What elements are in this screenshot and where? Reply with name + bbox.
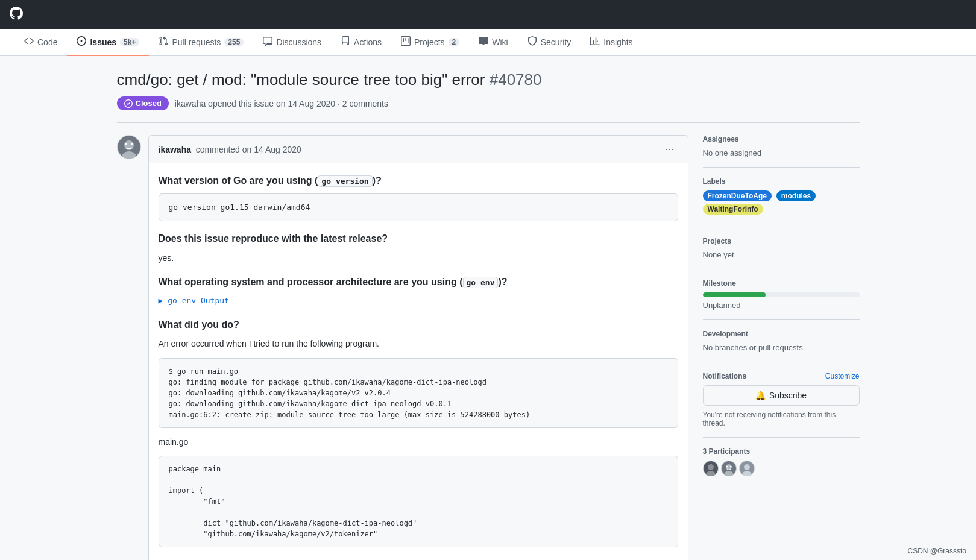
section-heading-3: What operating system and processor arch…: [159, 274, 678, 290]
what-did-you-do-text: An error occurred when I tried to run th…: [159, 337, 678, 350]
issue-title: cmd/go: get / mod: "module source tree t…: [117, 71, 860, 89]
tab-projects-label: Projects: [414, 37, 445, 47]
comment-body: What version of Go are you using (go ver…: [149, 163, 688, 560]
development-value: No branches or pull requests: [703, 343, 860, 352]
issue-sidebar: Assignees No one assigned Labels FrozenD…: [703, 135, 860, 486]
comment-wrapper: ikawaha commented on 14 Aug 2020 ··· Wha…: [117, 135, 688, 560]
labels-container: FrozenDueToAge modules WaitingForInfo: [703, 190, 860, 217]
comment-box: ikawaha commented on 14 Aug 2020 ··· Wha…: [148, 135, 688, 560]
projects-icon: [401, 36, 411, 48]
participants-title: 3 participants: [703, 447, 860, 456]
milestone-progress: [703, 292, 766, 297]
footer-text: CSDN @Grasssto: [907, 547, 966, 555]
notifications-title: Notifications: [703, 372, 747, 380]
label-frozen[interactable]: FrozenDueToAge: [703, 190, 772, 201]
sidebar-labels: Labels FrozenDueToAge modules WaitingFor…: [703, 168, 860, 227]
comment-author[interactable]: ikawaha: [159, 145, 191, 154]
tab-projects[interactable]: Projects 2: [391, 29, 469, 56]
answer-yes: yes.: [159, 251, 678, 265]
tab-discussions[interactable]: Discussions: [253, 29, 331, 56]
error-code-block: $ go run main.go go: finding module for …: [159, 358, 678, 428]
main-content: cmd/go: get / mod: "module source tree t…: [102, 56, 874, 560]
footer-text-content: CSDN @Grasssto: [907, 547, 966, 555]
svg-point-14: [744, 464, 750, 470]
svg-point-11: [726, 466, 728, 468]
closed-icon: [124, 99, 133, 108]
section-heading-1: What version of Go are you using (go ver…: [159, 173, 678, 189]
issue-layout: ikawaha commented on 14 Aug 2020 ··· Wha…: [117, 135, 860, 560]
section-heading-4: What did you do?: [159, 317, 678, 333]
tab-insights[interactable]: Insights: [581, 29, 642, 56]
svg-point-4: [131, 143, 133, 145]
tab-issues-label: Issues: [90, 37, 116, 47]
insights-icon: [590, 36, 600, 48]
participant-2: [721, 461, 737, 476]
sidebar-participants: 3 participants: [703, 438, 860, 486]
top-navigation: [0, 0, 976, 29]
go-env-details[interactable]: ▶ go env Output: [159, 295, 678, 307]
tab-actions[interactable]: Actions: [331, 29, 391, 56]
repo-tabs: Code Issues 5k+ Pull requests 255 Discus…: [0, 29, 976, 56]
tab-wiki[interactable]: Wiki: [469, 29, 517, 56]
tab-issues[interactable]: Issues 5k+: [67, 29, 149, 56]
section-heading-2: Does this issue reproduce with the lates…: [159, 231, 678, 247]
labels-title: Labels: [703, 177, 860, 186]
issue-title-text: cmd/go: get / mod: "module source tree t…: [117, 71, 485, 89]
sidebar-projects: Projects None yet: [703, 227, 860, 269]
status-label: Closed: [136, 99, 162, 108]
svg-point-12: [729, 466, 731, 468]
security-icon: [527, 36, 537, 48]
tab-security[interactable]: Security: [518, 29, 581, 56]
issues-icon: [77, 36, 86, 48]
svg-point-3: [125, 143, 127, 145]
status-badge: Closed: [117, 96, 169, 110]
milestone-title: Milestone: [703, 279, 860, 288]
tab-pull-requests[interactable]: Pull requests 255: [149, 29, 253, 56]
sidebar-assignees: Assignees No one assigned: [703, 135, 860, 168]
projects-value: None yet: [703, 250, 860, 259]
subscribe-button[interactable]: 🔔 Subscribe: [703, 385, 860, 406]
pr-badge: 255: [224, 38, 244, 46]
notifications-header: Notifications Customize: [703, 372, 860, 380]
sidebar-development: Development No branches or pull requests: [703, 320, 860, 362]
svg-point-6: [708, 464, 714, 470]
inline-code-go-version: go version: [318, 175, 372, 187]
tab-wiki-label: Wiki: [492, 37, 508, 47]
development-title: Development: [703, 330, 860, 338]
participant-3: [739, 461, 755, 476]
participants-row: [703, 461, 860, 476]
tab-pr-label: Pull requests: [172, 37, 221, 47]
comment-date-text: commented on 14 Aug 2020: [196, 145, 301, 154]
customize-link[interactable]: Customize: [825, 372, 860, 380]
issue-number: #40780: [490, 71, 542, 89]
issues-badge: 5k+: [120, 38, 139, 46]
tab-code[interactable]: Code: [14, 29, 67, 56]
bell-icon: 🔔: [755, 391, 766, 400]
issue-opened-text: ikawaha opened this issue on 14 Aug 2020…: [175, 99, 388, 109]
notifications-description: You're not receiving notifications from …: [703, 411, 860, 427]
comment-date: commented on 14 Aug 2020: [194, 145, 301, 154]
projects-badge: 2: [449, 38, 460, 46]
avatar-image: [118, 136, 140, 159]
tab-insights-label: Insights: [603, 37, 632, 47]
tab-actions-label: Actions: [354, 37, 382, 47]
issue-main: ikawaha commented on 14 Aug 2020 ··· Wha…: [117, 135, 688, 560]
comment-options-button[interactable]: ···: [661, 142, 678, 157]
tab-security-label: Security: [541, 37, 571, 47]
github-logo: [10, 7, 23, 23]
code-icon: [24, 36, 34, 48]
sidebar-notifications: Notifications Customize 🔔 Subscribe You'…: [703, 362, 860, 438]
code-block-go-version: go version go1.15 darwin/amd64: [159, 193, 678, 222]
participant-1: [703, 461, 719, 476]
comment-author-info: ikawaha commented on 14 Aug 2020: [159, 145, 301, 154]
inline-code-go-env: go env: [463, 277, 499, 288]
issue-meta: Closed ikawaha opened this issue on 14 A…: [117, 96, 860, 110]
label-modules[interactable]: modules: [776, 190, 816, 201]
projects-title: Projects: [703, 237, 860, 245]
subscribe-label: Subscribe: [769, 391, 807, 400]
tab-discussions-label: Discussions: [276, 37, 321, 47]
actions-icon: [341, 36, 350, 48]
sidebar-milestone: Milestone Unplanned: [703, 269, 860, 320]
avatar: [117, 135, 141, 159]
label-waiting[interactable]: WaitingForInfo: [703, 204, 763, 215]
